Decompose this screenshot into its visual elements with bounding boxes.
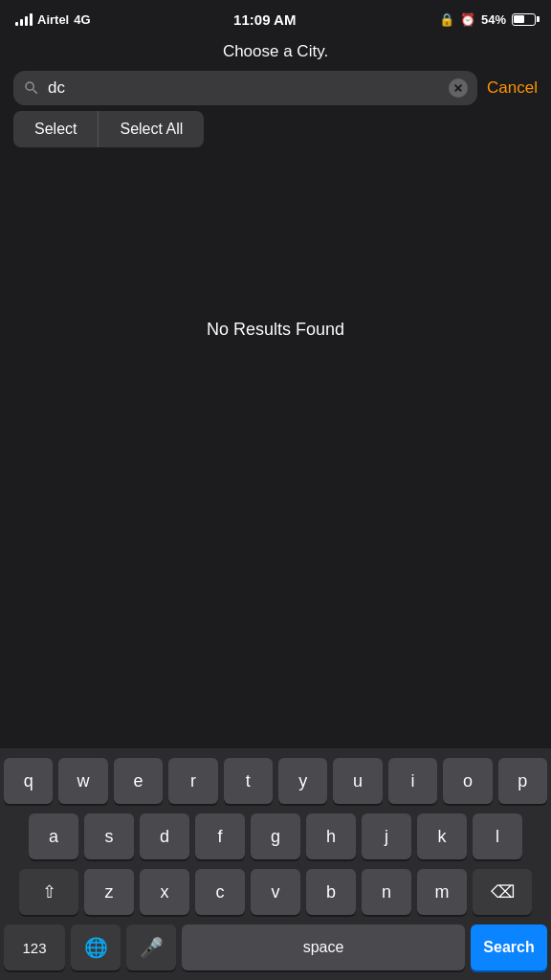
select-all-button[interactable]: Select All — [99, 111, 204, 147]
key-m[interactable]: m — [417, 869, 467, 915]
signal-icon — [15, 12, 33, 26]
globe-icon: 🌐 — [84, 936, 108, 959]
keyboard: q w e r t y u i o p a s d f g h j k l ⇧ … — [0, 748, 551, 980]
delete-icon: ⌫ — [491, 881, 515, 902]
select-button[interactable]: Select — [13, 111, 99, 147]
key-f[interactable]: f — [195, 813, 245, 859]
keyboard-row-2: a s d f g h j k l — [4, 813, 547, 859]
key-b[interactable]: b — [306, 869, 356, 915]
globe-button[interactable]: 🌐 — [71, 924, 121, 970]
search-button[interactable]: Search — [471, 924, 547, 970]
status-left: Airtel 4G — [15, 12, 91, 27]
key-l[interactable]: l — [473, 813, 522, 859]
mic-button[interactable]: 🎤 — [126, 924, 176, 970]
key-q[interactable]: q — [4, 758, 53, 804]
carrier-label: Airtel — [37, 12, 69, 27]
key-j[interactable]: j — [362, 813, 411, 859]
key-y[interactable]: y — [278, 758, 327, 804]
mic-icon: 🎤 — [140, 936, 164, 959]
status-bar: Airtel 4G 11:09 AM 🔒 ⏰ 54% — [0, 0, 551, 36]
key-e[interactable]: e — [114, 758, 163, 804]
status-time: 11:09 AM — [233, 11, 296, 28]
search-input-container[interactable] — [13, 71, 477, 105]
numbers-button[interactable]: 123 — [4, 924, 65, 970]
key-x[interactable]: x — [140, 869, 189, 915]
clear-button[interactable] — [449, 78, 468, 98]
search-bar: Cancel — [0, 71, 551, 105]
key-r[interactable]: r — [168, 758, 217, 804]
key-v[interactable]: v — [251, 869, 300, 915]
battery-fill — [514, 15, 524, 23]
key-z[interactable]: z — [84, 869, 134, 915]
key-k[interactable]: k — [417, 813, 467, 859]
key-w[interactable]: w — [58, 758, 107, 804]
key-g[interactable]: g — [251, 813, 300, 859]
network-type-label: 4G — [74, 12, 90, 27]
key-d[interactable]: d — [140, 813, 189, 859]
search-icon — [23, 79, 40, 97]
keyboard-bottom-row: 123 🌐 🎤 space Search — [4, 924, 547, 970]
key-t[interactable]: t — [224, 758, 273, 804]
key-c[interactable]: c — [195, 869, 245, 915]
key-a[interactable]: a — [29, 813, 78, 859]
no-results-message: No Results Found — [0, 320, 551, 340]
space-button[interactable]: space — [182, 924, 465, 970]
alarm-icon: ⏰ — [460, 12, 475, 27]
delete-button[interactable]: ⌫ — [473, 869, 532, 915]
key-n[interactable]: n — [362, 869, 411, 915]
battery-icon — [512, 13, 536, 26]
keyboard-row-1: q w e r t y u i o p — [4, 758, 547, 804]
lock-icon: 🔒 — [439, 12, 454, 27]
key-h[interactable]: h — [306, 813, 356, 859]
key-p[interactable]: p — [498, 758, 547, 804]
page-title: Choose a City. — [0, 36, 551, 71]
key-u[interactable]: u — [333, 758, 382, 804]
search-input[interactable] — [48, 78, 441, 98]
battery-percent-label: 54% — [481, 12, 506, 27]
status-right: 🔒 ⏰ 54% — [439, 12, 536, 27]
key-o[interactable]: o — [443, 758, 492, 804]
shift-icon: ⇧ — [42, 881, 56, 902]
key-s[interactable]: s — [84, 813, 134, 859]
shift-button[interactable]: ⇧ — [19, 869, 78, 915]
keyboard-row-3: ⇧ z x c v b n m ⌫ — [4, 869, 547, 915]
cancel-button[interactable]: Cancel — [487, 78, 538, 98]
select-buttons-row: Select Select All — [0, 111, 551, 147]
key-i[interactable]: i — [388, 758, 437, 804]
